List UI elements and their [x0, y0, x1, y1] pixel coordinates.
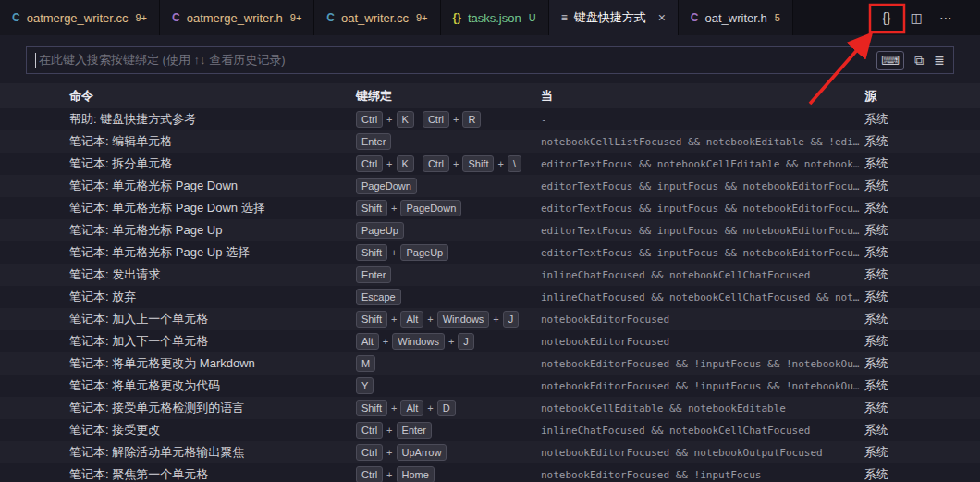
tab-oatmerge-writer-h[interactable]: Coatmerge_writer.h9+ [160, 0, 314, 35]
key-chip: Alt [400, 400, 423, 416]
keybinding-cell: PageDown [356, 178, 541, 194]
table-row[interactable]: 笔记本: 聚焦第一个单元格Ctrl+HomenotebookEditorFocu… [0, 463, 980, 482]
key-chip: PageUp [400, 244, 448, 261]
tab-oat-writer-h[interactable]: Coat_writer.h5 [679, 0, 793, 35]
c-header-icon: C [691, 11, 699, 24]
key-chord: Ctrl+UpArrow [356, 444, 447, 461]
table-row[interactable]: 笔记本: 解除活动单元格输出聚焦Ctrl+UpArrownotebookEdit… [0, 441, 980, 463]
key-chip: M [356, 355, 375, 372]
key-chip: Alt [400, 311, 423, 328]
split-editor-icon[interactable]: ◫ [904, 6, 928, 30]
table-row[interactable]: 笔记本: 拆分单元格Ctrl+KCtrl+Shift+\editorTextFo… [0, 153, 980, 175]
keybinding-cell: Shift+Alt+Windows+J [356, 311, 541, 328]
table-row[interactable]: 笔记本: 接受单元格检测到的语言Shift+Alt+DnotebookCellE… [0, 397, 980, 419]
tab-label: oatmerge_writer.h [187, 11, 283, 25]
when-cell: notebookCellEditable && notebookEditable [541, 402, 864, 414]
key-chip: Shift [356, 244, 387, 261]
key-chip: K [397, 111, 414, 128]
record-keys-icon[interactable]: ⌨ [876, 51, 904, 70]
key-chord: Ctrl+Enter [356, 422, 432, 439]
table-row[interactable]: 笔记本: 放弃EscapeinlineChatFocused && notebo… [0, 286, 980, 308]
key-chip: UpArrow [397, 444, 447, 461]
command-cell: 帮助: 键盘快捷方式参考 [69, 111, 356, 128]
key-chip: PageUp [356, 222, 404, 239]
source-cell: 系统 [864, 222, 980, 239]
source-cell: 系统 [864, 444, 980, 461]
key-chord: Alt+Windows+J [356, 333, 474, 350]
tab-label: oatmerge_writer.cc [27, 11, 129, 25]
key-chord: Ctrl+K [356, 155, 414, 172]
key-chip: Escape [356, 289, 401, 305]
close-icon[interactable]: × [658, 11, 666, 24]
cpp-source-icon: C [326, 11, 335, 24]
key-chip: Shift [356, 200, 387, 216]
source-cell: 系统 [864, 422, 980, 439]
table-row[interactable]: 笔记本: 将单元格更改为 MarkdownMnotebookEditorFocu… [0, 352, 980, 375]
key-chord: Y [356, 377, 374, 394]
plus-separator: + [493, 314, 498, 325]
key-chip: Y [356, 377, 374, 394]
copy-icon[interactable]: ⧉ [914, 54, 924, 67]
tab-badge: U [529, 12, 536, 23]
key-chip: Ctrl [356, 422, 383, 439]
source-cell: 系统 [864, 333, 980, 350]
plus-separator: + [386, 447, 392, 458]
json-file-icon: {} [453, 11, 461, 24]
keyboard-shortcuts-icon: ≡ [561, 11, 568, 24]
tab-label: 键盘快捷方式 [574, 9, 646, 26]
plus-separator: + [391, 314, 397, 325]
plus-separator: + [427, 402, 433, 414]
key-chip: Windows [437, 311, 490, 328]
table-row[interactable]: 笔记本: 单元格光标 Page Down 选择Shift+PageDownedi… [0, 197, 980, 219]
key-chip: Alt [356, 333, 379, 350]
more-actions-icon[interactable]: ⋯ [934, 6, 958, 30]
key-chord: Ctrl+Shift+\ [423, 155, 521, 172]
tab-oatmerge-writer-cc[interactable]: Coatmerge_writer.cc9+ [0, 0, 160, 35]
tab-keyboard-shortcuts[interactable]: ≡键盘快捷方式× [549, 0, 679, 35]
tab-tasks-json[interactable]: {}tasks.jsonU [441, 0, 549, 35]
table-row[interactable]: 笔记本: 编辑单元格EnternotebookCellListFocused &… [0, 130, 980, 153]
open-keybindings-json-icon[interactable]: {} [875, 6, 899, 30]
search-input[interactable]: 在此键入搜索按键绑定 (使用 ↑↓ 查看历史记录) ⌨⧉≣ [26, 46, 954, 74]
command-cell: 笔记本: 解除活动单元格输出聚焦 [69, 444, 356, 461]
tab-oat-writer-cc[interactable]: Coat_writer.cc9+ [314, 0, 440, 35]
source-cell: 系统 [864, 266, 980, 283]
plus-separator: + [448, 336, 454, 347]
keybinding-cell: Ctrl+Enter [356, 422, 541, 439]
source-cell: 系统 [864, 178, 980, 194]
table-row[interactable]: 笔记本: 将单元格更改为代码YnotebookEditorFocused && … [0, 375, 980, 397]
table-row[interactable]: 笔记本: 单元格光标 Page Up 选择Shift+PageUpeditorT… [0, 241, 980, 264]
command-cell: 笔记本: 将单元格更改为 Markdown [69, 355, 356, 372]
table-row[interactable]: 笔记本: 加入下一个单元格Alt+Windows+JnotebookEditor… [0, 330, 980, 352]
when-cell: notebookEditorFocused && !inputFocus && … [541, 358, 864, 370]
tab-label: tasks.json [468, 11, 521, 25]
plus-separator: + [386, 158, 392, 169]
col-header-source: 源 [864, 88, 980, 105]
command-cell: 笔记本: 放弃 [69, 289, 356, 305]
key-chip: Shift [356, 311, 387, 328]
key-chip: Enter [356, 133, 391, 150]
source-cell: 系统 [864, 377, 980, 394]
command-cell: 笔记本: 编辑单元格 [69, 133, 356, 150]
tab-badge: 9+ [416, 12, 428, 23]
table-row[interactable]: 帮助: 键盘快捷方式参考Ctrl+KCtrl+R-系统 [0, 108, 980, 130]
plus-separator: + [386, 425, 392, 436]
keybinding-cell: Y [356, 377, 541, 394]
plus-separator: + [427, 314, 433, 325]
sort-by-precedence-icon[interactable]: ≣ [934, 54, 945, 67]
table-row[interactable]: 笔记本: 单元格光标 Page DownPageDowneditorTextFo… [0, 175, 980, 197]
command-cell: 笔记本: 拆分单元格 [69, 155, 356, 172]
keybinding-cell: M [356, 355, 541, 372]
col-header-when: 当 [541, 88, 864, 105]
keybinding-cell: Ctrl+Home [356, 466, 541, 482]
command-cell: 笔记本: 将单元格更改为代码 [69, 377, 356, 394]
key-chip: J [458, 333, 474, 350]
table-row[interactable]: 笔记本: 接受更改Ctrl+EnterinlineChatFocused && … [0, 419, 980, 441]
keybinding-cell: Shift+PageUp [356, 244, 541, 261]
table-row[interactable]: 笔记本: 加入上一个单元格Shift+Alt+Windows+Jnotebook… [0, 308, 980, 330]
keybinding-cell: Ctrl+KCtrl+R [356, 111, 541, 128]
table-row[interactable]: 笔记本: 单元格光标 Page UpPageUpeditorTextFocus … [0, 219, 980, 241]
plus-separator: + [391, 402, 397, 414]
key-chord: M [356, 355, 375, 372]
table-row[interactable]: 笔记本: 发出请求EnterinlineChatFocused && noteb… [0, 264, 980, 286]
